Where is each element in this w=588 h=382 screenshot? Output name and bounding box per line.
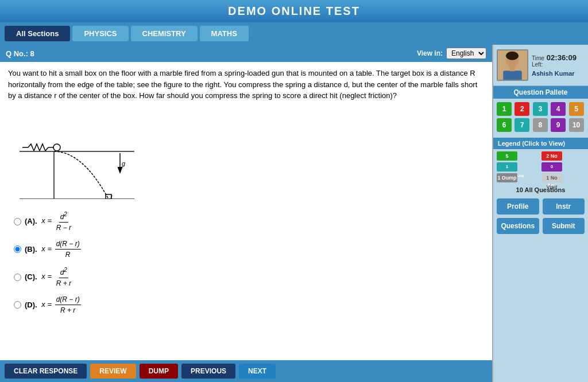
legend-answer: 5 Answer bbox=[497, 151, 540, 161]
legend-review-no-ans: 0 Review-Ans bbox=[541, 162, 585, 171]
time-value: 02:36:09 bbox=[547, 53, 577, 62]
palette-header: Question Pallete bbox=[493, 86, 588, 99]
palette-q10[interactable]: 10 bbox=[569, 118, 584, 132]
option-b-radio[interactable] bbox=[14, 245, 21, 253]
options-list: (A). x = d2 R − r (B). x = bbox=[8, 210, 484, 315]
palette-grid: 1 2 3 4 5 6 7 8 9 10 bbox=[493, 99, 588, 135]
option-c-expr: x = d2 R + r bbox=[40, 266, 74, 289]
submit-button[interactable]: Submit bbox=[543, 218, 585, 234]
svg-point-2 bbox=[53, 144, 60, 151]
profile-button[interactable]: Profile bbox=[497, 198, 539, 215]
avatar bbox=[497, 49, 528, 81]
next-button[interactable]: NEXT bbox=[239, 364, 276, 379]
clear-response-button[interactable]: CLEAR RESPONSE bbox=[5, 364, 87, 379]
svg-rect-22 bbox=[503, 71, 521, 80]
legend-review-no-ans-badge: 0 Review-Ans bbox=[541, 162, 562, 171]
question-text: You want to hit a small box on the floor… bbox=[8, 68, 484, 102]
legend-answer-badge: 5 Answer bbox=[497, 151, 517, 161]
svg-text:g: g bbox=[122, 160, 126, 167]
option-b: (B). x = d(R − r) R bbox=[14, 239, 478, 260]
option-a: (A). x = d2 R − r bbox=[14, 210, 478, 233]
profile-info: TimeLeft: 02:36:09 Ashish Kumar bbox=[532, 53, 577, 77]
page-header: DEMO ONLINE TEST bbox=[0, 0, 588, 22]
legend-dump: 1 Dump bbox=[497, 173, 540, 182]
instr-button[interactable]: Instr bbox=[543, 198, 585, 215]
right-panel: TimeLeft: 02:36:09 Ashish Kumar Question… bbox=[493, 45, 588, 382]
legend-dump-badge: 1 Dump bbox=[497, 173, 517, 182]
profile-section: TimeLeft: 02:36:09 Ashish Kumar bbox=[493, 45, 588, 86]
option-d-expr: x = d(R − r) R + r bbox=[40, 294, 82, 315]
legend-no-answer: 2 No Answer bbox=[541, 151, 585, 161]
main-layout: Q No.: 8 View in: English Hindi You want… bbox=[0, 45, 588, 382]
dump-button[interactable]: DUMP bbox=[140, 364, 178, 379]
all-questions: 10 All Questions bbox=[493, 185, 588, 195]
view-in-label: View in: bbox=[417, 49, 443, 57]
language-select[interactable]: English Hindi bbox=[446, 48, 486, 59]
svg-rect-23 bbox=[509, 66, 514, 71]
question-header-bar: Q No.: 8 View in: English Hindi bbox=[0, 45, 492, 62]
palette-q9[interactable]: 9 bbox=[551, 118, 566, 132]
palette-q1[interactable]: 1 bbox=[497, 102, 512, 116]
legend-no-answer-badge: 2 No Answer bbox=[541, 151, 562, 161]
review-button[interactable]: REVIEW bbox=[90, 364, 136, 379]
palette-q4[interactable]: 4 bbox=[551, 102, 566, 116]
option-a-radio[interactable] bbox=[14, 218, 21, 225]
option-b-label: (B). bbox=[25, 244, 37, 255]
question-body: You want to hit a small box on the floor… bbox=[0, 62, 492, 360]
svg-text:r: r bbox=[110, 194, 113, 199]
legend-review-ans: 1 Review+Ans bbox=[497, 162, 540, 171]
svg-point-21 bbox=[506, 52, 519, 60]
previous-button[interactable]: PREVIOUS bbox=[181, 364, 235, 379]
option-d-label: (D). bbox=[25, 299, 37, 311]
tab-chemistry[interactable]: CHEMISTRY bbox=[131, 26, 198, 41]
option-d: (D). x = d(R − r) R + r bbox=[14, 294, 478, 315]
right-action-btns-row1: Profile Instr bbox=[493, 195, 588, 218]
option-c: (C). x = d2 R + r bbox=[14, 266, 478, 289]
palette-q7[interactable]: 7 bbox=[514, 118, 529, 132]
questions-button[interactable]: Questions bbox=[497, 218, 539, 234]
time-label: TimeLeft: bbox=[532, 55, 544, 68]
time-row: TimeLeft: 02:36:09 bbox=[532, 53, 577, 68]
palette-q3[interactable]: 3 bbox=[533, 102, 548, 116]
view-in-container: View in: English Hindi bbox=[417, 48, 486, 59]
palette-q8[interactable]: 8 bbox=[533, 118, 548, 132]
legend-section: Legend (Click to View) 5 Answer 2 No Ans… bbox=[493, 138, 588, 195]
user-name: Ashish Kumar bbox=[532, 70, 577, 77]
palette-q2[interactable]: 2 bbox=[514, 102, 529, 116]
palette-q6[interactable]: 6 bbox=[497, 118, 512, 132]
tab-all-sections[interactable]: All Sections bbox=[5, 26, 70, 41]
option-c-label: (C). bbox=[25, 271, 37, 283]
option-a-expr: x = d2 R − r bbox=[40, 210, 74, 233]
option-b-expr: x = d(R − r) R bbox=[40, 239, 82, 260]
avatar-image bbox=[498, 50, 527, 80]
legend-review-ans-badge: 1 Review+Ans bbox=[497, 162, 517, 171]
tab-maths[interactable]: MATHS bbox=[200, 26, 249, 41]
legend-grid: 5 Answer 2 No Answer 1 Review+Ans 0 Revi… bbox=[493, 149, 588, 185]
question-number: Q No.: 8 bbox=[6, 49, 34, 58]
legend-no-visit-badge: 1 No Visit bbox=[541, 173, 562, 182]
bottom-action-bar: CLEAR RESPONSE REVIEW DUMP PREVIOUS NEXT bbox=[0, 360, 492, 382]
legend-header[interactable]: Legend (Click to View) bbox=[493, 138, 588, 149]
option-d-radio[interactable] bbox=[14, 301, 21, 309]
right-action-btns-row2: Questions Submit bbox=[493, 218, 588, 237]
page-title: DEMO ONLINE TEST bbox=[228, 5, 360, 17]
option-c-radio[interactable] bbox=[14, 274, 21, 281]
option-a-label: (A). bbox=[25, 216, 37, 227]
question-panel: Q No.: 8 View in: English Hindi You want… bbox=[0, 45, 493, 382]
diagram: g R r bbox=[20, 107, 484, 202]
section-tabs: All Sections PHYSICS CHEMISTRY MATHS bbox=[0, 22, 588, 45]
legend-no-visit: 1 No Visit bbox=[541, 173, 585, 182]
physics-diagram: g R r bbox=[20, 107, 140, 199]
palette-section: Question Pallete 1 2 3 4 5 6 7 8 9 10 bbox=[493, 86, 588, 135]
palette-q5[interactable]: 5 bbox=[569, 102, 584, 116]
tab-physics[interactable]: PHYSICS bbox=[72, 26, 128, 41]
